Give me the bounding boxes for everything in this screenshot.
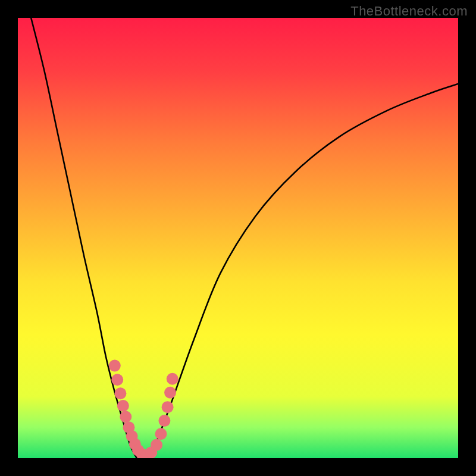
chart-frame: TheBottleneck.com — [0, 0, 476, 476]
plot-area — [18, 18, 458, 458]
watermark-text: TheBottleneck.com — [350, 4, 468, 19]
curve-layer — [18, 18, 458, 458]
marker-dot — [162, 401, 174, 413]
marker-group — [109, 360, 178, 458]
marker-dot — [164, 387, 176, 399]
marker-dot — [120, 411, 131, 422]
marker-dot — [109, 360, 121, 372]
marker-dot — [151, 439, 162, 451]
marker-dot — [167, 373, 178, 385]
curve-right-arm — [150, 84, 458, 458]
marker-dot — [117, 400, 129, 412]
marker-dot — [155, 428, 167, 440]
marker-dot — [158, 415, 170, 427]
marker-dot — [111, 374, 123, 386]
marker-dot — [114, 387, 126, 399]
